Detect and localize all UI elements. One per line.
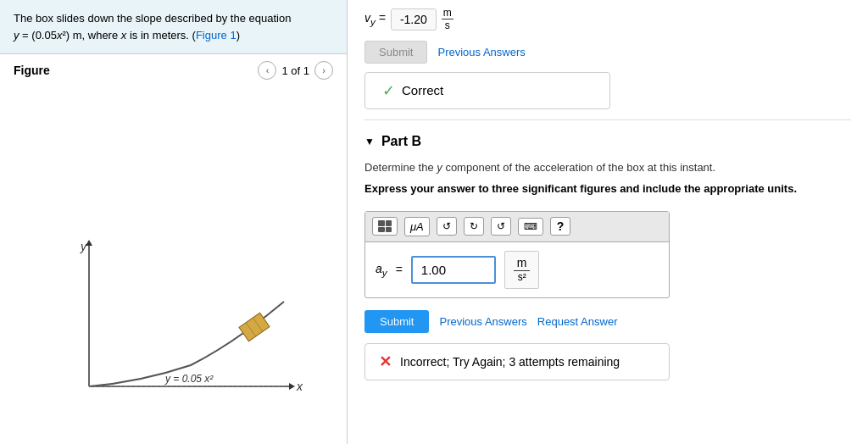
incorrect-box: ✕ Incorrect; Try Again; 3 attempts remai…	[364, 343, 670, 380]
problem-text-1: The box slides down the slope described …	[14, 12, 291, 25]
figure-title: Figure	[14, 64, 50, 77]
math-input-row: ay = m s²	[365, 242, 669, 297]
undo-button[interactable]: ↺	[437, 217, 457, 236]
part-b-bold-instructions: Express your answer to three significant…	[364, 180, 851, 197]
velocity-value: -1.20	[391, 8, 437, 31]
problem-description: The box slides down the slope described …	[0, 0, 347, 54]
redo-button[interactable]: ↻	[464, 217, 484, 236]
redo-icon: ↻	[470, 220, 478, 232]
submit-button-b[interactable]: Submit	[364, 310, 429, 333]
part-b-title: Part B	[381, 134, 421, 149]
matrix-cell-3	[378, 227, 385, 233]
svg-text:y: y	[80, 240, 87, 253]
svg-text:x: x	[296, 380, 303, 393]
input-label-ay: ay	[376, 262, 387, 278]
submit-row-a: Submit Previous Answers	[364, 41, 851, 64]
part-b-section: ▼ Part B Determine the y component of th…	[364, 120, 851, 380]
correct-label: Correct	[402, 83, 443, 97]
mu-button[interactable]: μΑ	[404, 217, 430, 236]
prev-figure-button[interactable]: ‹	[258, 61, 276, 80]
right-panel: vy = -1.20 m s Submit Previous Answers ✓…	[348, 0, 868, 444]
figure-nav: ‹ 1 of 1 ›	[258, 61, 333, 80]
velocity-label: vy =	[364, 11, 386, 27]
matrix-cell-4	[386, 227, 392, 233]
incorrect-label: Incorrect; Try Again; 3 attempts remaini…	[400, 355, 620, 369]
ay-input[interactable]	[411, 256, 496, 284]
svg-marker-2	[86, 240, 92, 246]
keyboard-button[interactable]: ⌨	[518, 218, 543, 236]
velocity-unit-numerator: m	[442, 7, 453, 19]
submit-row-b: Submit Previous Answers Request Answer	[364, 310, 851, 333]
refresh-button[interactable]: ↺	[491, 217, 511, 236]
prev-answers-link-b[interactable]: Previous Answers	[439, 315, 526, 328]
math-input-box: μΑ ↺ ↻ ↺ ⌨ ?	[364, 211, 670, 298]
part-b-header: ▼ Part B	[364, 134, 851, 149]
submit-button-a: Submit	[364, 41, 427, 64]
correct-box: ✓ Correct	[364, 72, 610, 109]
unit-display: m s²	[504, 251, 540, 289]
equation-text: y = (0.05x²) m, where x is in meters. (F…	[14, 29, 240, 42]
svg-text:y = 0.05 x²: y = 0.05 x²	[164, 373, 214, 385]
equals-sign: =	[396, 263, 403, 276]
figure-canvas: y x y = 0.05 x²	[14, 86, 333, 437]
undo-icon: ↺	[442, 220, 451, 232]
keyboard-icon: ⌨	[524, 221, 537, 231]
figure-area: Figure ‹ 1 of 1 › y x	[0, 54, 347, 444]
checkmark-icon: ✓	[382, 81, 395, 100]
mu-icon: μΑ	[410, 220, 424, 233]
svg-marker-3	[289, 383, 295, 390]
figure-counter: 1 of 1	[281, 64, 309, 77]
figure-link[interactable]: Figure 1	[196, 29, 236, 42]
collapse-arrow-icon[interactable]: ▼	[364, 136, 375, 147]
next-figure-button[interactable]: ›	[314, 61, 333, 80]
help-button[interactable]: ?	[550, 217, 571, 236]
matrix-button[interactable]	[372, 217, 398, 236]
figure-diagram: y x y = 0.05 x²	[38, 234, 309, 420]
velocity-display: vy = -1.20 m s	[364, 7, 851, 32]
figure-header: Figure ‹ 1 of 1 ›	[14, 61, 333, 80]
x-icon: ✕	[379, 352, 392, 371]
velocity-unit: m s	[442, 7, 453, 32]
velocity-unit-denominator: s	[443, 19, 452, 31]
matrix-cell-1	[378, 220, 385, 226]
request-answer-link[interactable]: Request Answer	[537, 315, 618, 328]
matrix-icon	[378, 220, 392, 232]
matrix-cell-2	[386, 220, 392, 226]
math-toolbar: μΑ ↺ ↻ ↺ ⌨ ?	[365, 212, 669, 242]
unit-denominator: s²	[515, 271, 530, 285]
left-panel: The box slides down the slope described …	[0, 0, 348, 444]
prev-answers-link-a[interactable]: Previous Answers	[437, 46, 525, 58]
part-a-section: vy = -1.20 m s Submit Previous Answers ✓…	[364, 0, 851, 120]
unit-numerator: m	[514, 255, 531, 271]
part-b-instructions: Determine the y component of the acceler…	[364, 159, 851, 176]
refresh-icon: ↺	[497, 220, 505, 232]
